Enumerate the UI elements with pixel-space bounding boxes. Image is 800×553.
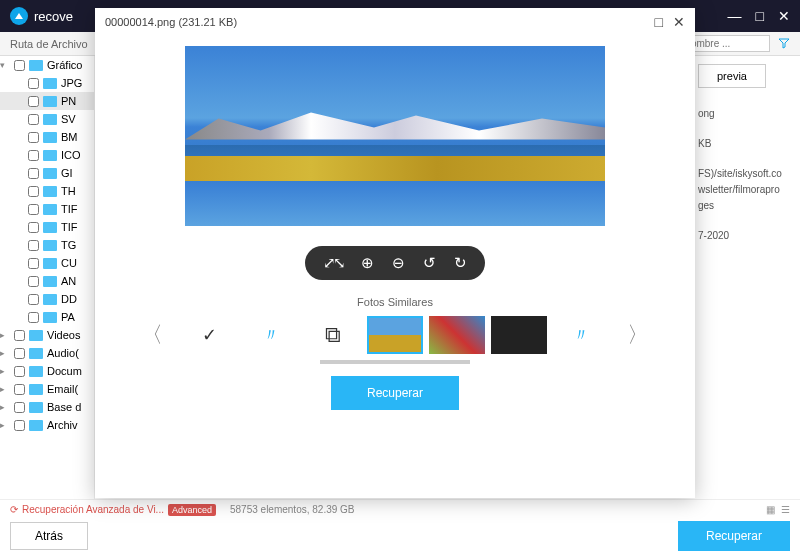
footer: Atrás Recuperar: [0, 519, 800, 553]
thumbnail[interactable]: [429, 316, 485, 354]
similar-label: Fotos Similares: [357, 296, 433, 308]
fit-icon[interactable]: ⤢⤡: [323, 254, 343, 272]
logo-icon: [10, 7, 28, 25]
prev-arrow[interactable]: 〈: [133, 320, 171, 350]
item-checkbox[interactable]: [14, 384, 25, 395]
item-checkbox[interactable]: [28, 240, 39, 251]
item-checkbox[interactable]: [28, 132, 39, 143]
item-checkbox[interactable]: [28, 150, 39, 161]
expand-icon[interactable]: ▾: [0, 60, 10, 70]
sidebar-folder[interactable]: TIF: [0, 218, 94, 236]
item-checkbox[interactable]: [14, 330, 25, 341]
item-checkbox[interactable]: [14, 60, 25, 71]
reflection: [185, 145, 605, 226]
advanced-recovery[interactable]: ⟳ Recuperación Avanzada de Vi... Advance…: [10, 504, 355, 516]
folder-icon: [43, 294, 57, 305]
thumbnail[interactable]: 〃: [553, 316, 609, 354]
item-checkbox[interactable]: [14, 402, 25, 413]
recover-button[interactable]: Recuperar: [678, 521, 790, 551]
preview-button[interactable]: previa: [698, 64, 766, 88]
item-label: GI: [61, 167, 73, 179]
item-checkbox[interactable]: [28, 168, 39, 179]
item-label: BM: [61, 131, 78, 143]
folder-icon: [43, 240, 57, 251]
filter-icon[interactable]: [778, 37, 790, 51]
sidebar-category[interactable]: ▸Email(: [0, 380, 94, 398]
sidebar-folder[interactable]: TH: [0, 182, 94, 200]
close-button[interactable]: ✕: [778, 8, 790, 24]
adv-badge: Advanced: [168, 504, 216, 516]
zoom-in-icon[interactable]: ⊕: [361, 254, 374, 272]
item-checkbox[interactable]: [14, 420, 25, 431]
expand-icon[interactable]: ▸: [0, 348, 10, 358]
item-checkbox[interactable]: [28, 222, 39, 233]
maximize-button[interactable]: □: [756, 8, 764, 24]
modal-maximize-button[interactable]: □: [655, 14, 663, 30]
rotate-right-icon[interactable]: ↻: [454, 254, 467, 272]
next-arrow[interactable]: 〉: [619, 320, 657, 350]
item-checkbox[interactable]: [28, 276, 39, 287]
modal-close-button[interactable]: ✕: [673, 14, 685, 30]
item-checkbox[interactable]: [28, 186, 39, 197]
sidebar-folder[interactable]: SV: [0, 110, 94, 128]
sidebar-folder[interactable]: TIF: [0, 200, 94, 218]
sidebar-folder[interactable]: DD: [0, 290, 94, 308]
item-label: TIF: [61, 221, 78, 233]
category-icon: [29, 384, 43, 395]
expand-icon[interactable]: ▸: [0, 420, 10, 430]
item-checkbox[interactable]: [28, 114, 39, 125]
sidebar-folder[interactable]: BM: [0, 128, 94, 146]
zoom-out-icon[interactable]: ⊖: [392, 254, 405, 272]
thumbnail[interactable]: [491, 316, 547, 354]
thumbnail[interactable]: ✓: [181, 316, 237, 354]
item-checkbox[interactable]: [28, 312, 39, 323]
folder-icon: [43, 78, 57, 89]
item-checkbox[interactable]: [28, 258, 39, 269]
rotate-left-icon[interactable]: ↺: [423, 254, 436, 272]
sidebar-folder[interactable]: ICO: [0, 146, 94, 164]
sidebar-folder[interactable]: CU: [0, 254, 94, 272]
sidebar-folder[interactable]: PA: [0, 308, 94, 326]
sidebar-category[interactable]: ▾Gráfico: [0, 56, 94, 74]
item-count: 58753 elementos, 82.39 GB: [230, 504, 355, 515]
window-controls: — □ ✕: [728, 8, 790, 24]
sidebar-folder[interactable]: JPG: [0, 74, 94, 92]
expand-icon[interactable]: ▸: [0, 384, 10, 394]
sidebar-folder[interactable]: GI: [0, 164, 94, 182]
item-checkbox[interactable]: [14, 366, 25, 377]
thumbnail[interactable]: ⧉: [305, 316, 361, 354]
thumbnail[interactable]: [367, 316, 423, 354]
sidebar-category[interactable]: ▸Videos: [0, 326, 94, 344]
sidebar-folder[interactable]: AN: [0, 272, 94, 290]
sidebar-category[interactable]: ▸Base d: [0, 398, 94, 416]
sidebar-folder[interactable]: TG: [0, 236, 94, 254]
thumbnail[interactable]: 〃: [243, 316, 299, 354]
item-label: Docum: [47, 365, 82, 377]
folder-icon: [43, 222, 57, 233]
item-checkbox[interactable]: [28, 78, 39, 89]
folder-icon: [43, 258, 57, 269]
sidebar-category[interactable]: ▸Audio(: [0, 344, 94, 362]
list-view-icon[interactable]: ☰: [781, 504, 790, 515]
folder-icon: [43, 276, 57, 287]
expand-icon[interactable]: ▸: [0, 402, 10, 412]
modal-recover-button[interactable]: Recuperar: [331, 376, 459, 410]
item-label: TG: [61, 239, 76, 251]
sidebar-category[interactable]: ▸Archiv: [0, 416, 94, 434]
back-button[interactable]: Atrás: [10, 522, 88, 550]
minimize-button[interactable]: —: [728, 8, 742, 24]
category-icon: [29, 420, 43, 431]
item-label: Audio(: [47, 347, 79, 359]
thumb-scrollbar[interactable]: [320, 360, 470, 364]
expand-icon[interactable]: ▸: [0, 330, 10, 340]
category-icon: [29, 60, 43, 71]
item-label: CU: [61, 257, 77, 269]
item-checkbox[interactable]: [28, 294, 39, 305]
item-checkbox[interactable]: [28, 204, 39, 215]
item-checkbox[interactable]: [28, 96, 39, 107]
grid-view-icon[interactable]: ▦: [766, 504, 775, 515]
sidebar-category[interactable]: ▸Docum: [0, 362, 94, 380]
item-checkbox[interactable]: [14, 348, 25, 359]
expand-icon[interactable]: ▸: [0, 366, 10, 376]
sidebar-folder[interactable]: PN: [0, 92, 94, 110]
